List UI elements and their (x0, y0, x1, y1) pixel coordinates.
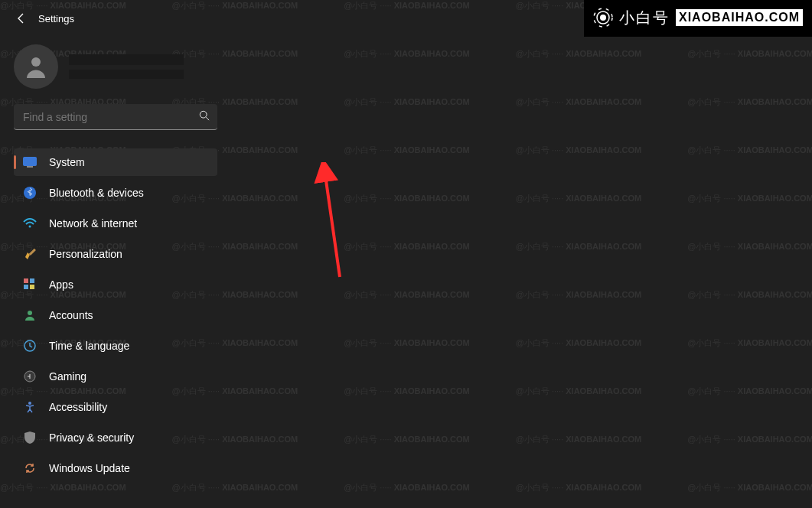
watermark-en: XIAOBAIHAO.COM (676, 9, 803, 26)
nav-list: System Bluetooth & devices Network & int… (14, 148, 230, 482)
nav-privacy[interactable]: Privacy & security (14, 424, 217, 451)
search-input[interactable] (14, 104, 217, 130)
nav-update[interactable]: Windows Update (14, 454, 217, 482)
nav-system[interactable]: System (14, 148, 217, 176)
svg-line-18 (324, 170, 340, 277)
paint-icon (23, 247, 37, 261)
nav-accessibility[interactable]: Accessibility (14, 393, 217, 421)
wifi-icon (23, 217, 37, 230)
nav-network[interactable]: Network & internet (14, 210, 217, 237)
nav-personalization[interactable]: Personalization (14, 240, 217, 268)
svg-rect-13 (30, 285, 34, 289)
nav-time[interactable]: Time & language (14, 332, 217, 360)
update-icon (23, 461, 37, 475)
svg-rect-6 (27, 166, 33, 168)
search-icon (199, 110, 210, 124)
nav-bluetooth[interactable]: Bluetooth & devices (14, 179, 217, 207)
watermark-cn: 小白号 (619, 8, 670, 28)
svg-point-17 (28, 402, 31, 405)
nav-label: System (49, 156, 85, 168)
svg-line-4 (206, 117, 209, 120)
svg-rect-12 (24, 285, 28, 289)
nav-label: Windows Update (49, 462, 130, 474)
gaming-icon (23, 370, 37, 383)
svg-rect-9 (29, 249, 36, 256)
profile-block[interactable] (14, 44, 230, 89)
nav-label: Bluetooth & devices (49, 187, 144, 199)
svg-rect-5 (24, 158, 37, 166)
avatar (14, 44, 58, 89)
apps-icon (23, 278, 37, 291)
profile-name-redacted (69, 54, 184, 65)
svg-point-19 (600, 15, 606, 21)
shield-icon (23, 431, 37, 444)
nav-label: Accounts (49, 309, 93, 321)
watermark-badge: 小白号 XIAOBAIHAO.COM (584, 0, 812, 37)
svg-rect-11 (30, 278, 34, 283)
nav-label: Time & language (49, 340, 129, 352)
nav-accounts[interactable]: Accounts (14, 301, 217, 329)
window-title: Settings (38, 13, 74, 24)
system-icon (23, 155, 37, 169)
svg-point-2 (31, 57, 41, 67)
nav-label: Apps (49, 278, 73, 291)
nav-label: Privacy & security (49, 431, 134, 444)
nav-label: Gaming (49, 370, 86, 383)
nav-label: Accessibility (49, 401, 107, 413)
bluetooth-icon (23, 186, 37, 200)
svg-rect-10 (24, 278, 28, 283)
nav-label: Personalization (49, 248, 122, 260)
nav-gaming[interactable]: Gaming (14, 363, 217, 390)
accessibility-icon (23, 400, 37, 414)
person-icon (23, 308, 37, 322)
back-button[interactable] (14, 11, 29, 26)
nav-label: Network & internet (49, 217, 137, 230)
clock-icon (23, 339, 37, 353)
svg-point-8 (29, 226, 31, 228)
profile-email-redacted (69, 70, 184, 79)
nav-apps[interactable]: Apps (14, 271, 217, 298)
annotation-arrow (314, 162, 360, 285)
svg-point-3 (200, 111, 207, 118)
svg-point-14 (28, 311, 32, 315)
